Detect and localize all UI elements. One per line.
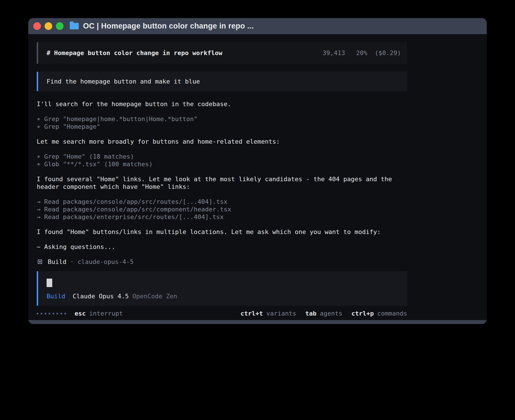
hint-label: agents: [320, 310, 342, 317]
agent-separator: ·: [70, 258, 74, 266]
zoom-window-button[interactable]: [56, 22, 64, 30]
hint-variants: ctrl+t variants: [241, 310, 296, 317]
prompt-input[interactable]: Build Claude Opus 4.5 OpenCode Zen: [37, 271, 407, 306]
agent-model: claude-opus-4-5: [77, 258, 134, 266]
hint-key: tab: [305, 310, 317, 317]
traffic-lights: [28, 22, 64, 30]
agent-status-row: Build · claude-opus-4-5: [37, 258, 407, 266]
hint-key: ctrl+p: [352, 310, 374, 317]
tool-call-grep: ∗ Grep "Homepage": [37, 123, 407, 130]
tool-call-group: ∗ Grep "Home" (18 matches) ∗ Glob "**/*.…: [37, 153, 407, 168]
session-header: # Homepage button color change in repo w…: [37, 42, 407, 64]
agent-name: Build: [48, 258, 66, 266]
folder-icon: [70, 23, 79, 29]
tool-call-grep: ∗ Grep "Home" (18 matches): [37, 153, 407, 160]
tool-call-glob: ∗ Glob "**/*.tsx" (100 matches): [37, 160, 407, 168]
session-stats: 39,413 20% ($0.29): [323, 49, 401, 57]
minimize-window-button[interactable]: [45, 22, 52, 30]
close-window-button[interactable]: [33, 22, 41, 30]
hint-commands: ctrl+p commands: [352, 310, 407, 317]
assistant-paragraph: I found "Home" buttons/links in multiple…: [37, 228, 407, 236]
spinner-icon: [37, 313, 66, 314]
footer-hints: ctrl+t variants tab agents ctrl+p comman…: [241, 310, 407, 317]
input-provider: OpenCode Zen: [132, 292, 177, 300]
tool-call-group: ∗ Grep "homepage|home.*button|Home.*butt…: [37, 115, 407, 130]
tool-call-group: → Read packages/console/app/src/routes/[…: [37, 198, 407, 221]
interrupt-key: esc: [75, 310, 86, 317]
hint-agents: tab agents: [305, 310, 342, 317]
assistant-status-text: ~ Asking questions...: [37, 243, 407, 251]
assistant-transcript: I'll search for the homepage button in t…: [37, 100, 407, 266]
user-message: Find the homepage button and make it blu…: [37, 72, 407, 91]
session-title: # Homepage button color change in repo w…: [47, 49, 222, 57]
interrupt-label: interrupt: [89, 310, 123, 317]
window-title: OC | Homepage button color change in rep…: [83, 22, 254, 30]
text-cursor: [47, 279, 52, 287]
hint-key: ctrl+t: [241, 310, 263, 317]
user-message-text: Find the homepage button and make it blu…: [47, 78, 200, 85]
terminal-content[interactable]: # Homepage button color change in repo w…: [28, 34, 487, 320]
input-status-bar: Build Claude Opus 4.5 OpenCode Zen: [47, 292, 401, 300]
hint-label: commands: [377, 310, 407, 317]
footer-left: esc interrupt: [37, 310, 123, 317]
assistant-paragraph: Let me search more broadly for buttons a…: [37, 138, 407, 145]
tool-call-read: → Read packages/console/app/src/routes/[…: [37, 198, 407, 205]
hint-label: variants: [266, 310, 296, 317]
input-mode: Build: [47, 292, 65, 300]
tool-call-grep: ∗ Grep "homepage|home.*button|Home.*butt…: [37, 115, 407, 123]
tool-call-read: → Read packages/enterprise/src/routes/[.…: [37, 213, 407, 221]
token-count: 39,413: [323, 49, 345, 56]
assistant-paragraph: I found several "Home" links. Let me loo…: [37, 175, 407, 191]
assistant-paragraph: I'll search for the homepage button in t…: [37, 100, 407, 108]
input-model: Claude Opus 4.5: [73, 292, 129, 300]
context-percent: 20%: [356, 49, 367, 56]
status-footer: esc interrupt ctrl+t variants tab agents…: [37, 310, 407, 317]
window-titlebar[interactable]: OC | Homepage button color change in rep…: [28, 18, 487, 34]
terminal-window: OC | Homepage button color change in rep…: [28, 18, 487, 324]
tool-call-read: → Read packages/console/app/src/componen…: [37, 205, 407, 213]
agent-square-icon: [38, 260, 42, 264]
session-cost: ($0.29): [375, 49, 401, 56]
